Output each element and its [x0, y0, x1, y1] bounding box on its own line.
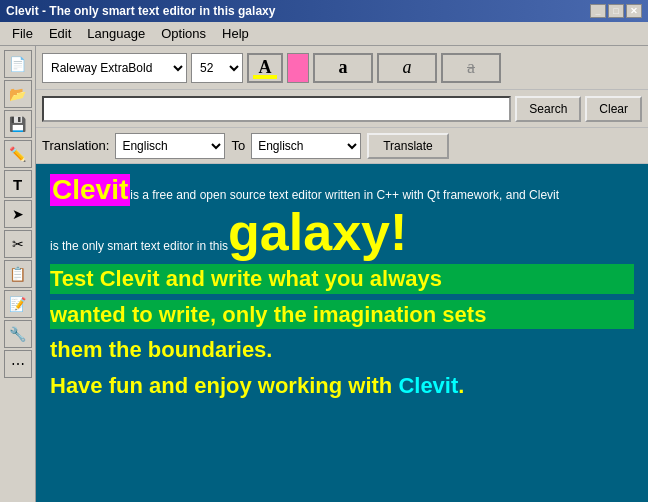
sidebar-paste-btn[interactable]: 📝 — [4, 290, 32, 318]
sidebar: 📄 📂 💾 ✏️ T ➤ ✂ 📋 📝 🔧 ⋯ — [0, 46, 36, 502]
close-button[interactable]: ✕ — [626, 4, 642, 18]
search-button[interactable]: Search — [515, 96, 581, 122]
sidebar-settings-btn[interactable]: 🔧 — [4, 320, 32, 348]
toolbar-row2: Search Clear — [36, 90, 648, 128]
clevit-cyan: Clevit — [398, 373, 458, 398]
is-only-text: is the only smart text editor in this — [50, 237, 228, 255]
body-line2: wanted to write, only the imagination se… — [50, 300, 634, 330]
body-text-2: wanted to write, only the imagination se… — [50, 302, 486, 327]
content-area: Raleway ExtraBold 52 A a a a — [36, 46, 648, 502]
period-text: . — [458, 373, 464, 398]
body-text-4pre: Have fun and enjoy working with — [50, 373, 398, 398]
bold-icon: a — [339, 57, 348, 78]
galaxy-text: galaxy! — [228, 206, 407, 258]
sidebar-new-btn[interactable]: 📄 — [4, 50, 32, 78]
body-line4: Have fun and enjoy working with Clevit. — [50, 371, 634, 401]
text-color-button[interactable]: A — [247, 53, 283, 83]
clear-button[interactable]: Clear — [585, 96, 642, 122]
to-label: To — [231, 138, 245, 153]
title-text: Clevit - The only smart text editor in t… — [6, 4, 275, 18]
sidebar-edit-btn[interactable]: ✏️ — [4, 140, 32, 168]
strikethrough-button[interactable]: a — [441, 53, 501, 83]
maximize-button[interactable]: □ — [608, 4, 624, 18]
menu-help[interactable]: Help — [214, 24, 257, 43]
body-text-1: Test Clevit and write what you always — [50, 266, 442, 291]
title-controls: _ □ ✕ — [590, 4, 642, 18]
size-selector[interactable]: 52 — [191, 53, 243, 83]
translation-label: Translation: — [42, 138, 109, 153]
menu-edit[interactable]: Edit — [41, 24, 79, 43]
bold-button[interactable]: a — [313, 53, 373, 83]
menu-file[interactable]: File — [4, 24, 41, 43]
to-language-selector[interactable]: Englisch — [251, 133, 361, 159]
color-underline-swatch — [253, 75, 277, 79]
editor-line2: is the only smart text editor in this ga… — [50, 206, 634, 258]
font-selector[interactable]: Raleway ExtraBold — [42, 53, 187, 83]
sidebar-text-btn[interactable]: T — [4, 170, 32, 198]
search-input[interactable] — [42, 96, 511, 122]
editor-area[interactable]: Clevit is a free and open source text ed… — [36, 164, 648, 502]
translate-button[interactable]: Translate — [367, 133, 449, 159]
toolbar-row1: Raleway ExtraBold 52 A a a a — [36, 46, 648, 90]
sidebar-more-btn[interactable]: ⋯ — [4, 350, 32, 378]
toolbar-row3: Translation: Englisch To Englisch Transl… — [36, 128, 648, 164]
from-language-selector[interactable]: Englisch — [115, 133, 225, 159]
menu-language[interactable]: Language — [79, 24, 153, 43]
body-line3: them the boundaries. — [50, 335, 634, 365]
body-line1: Test Clevit and write what you always — [50, 264, 634, 294]
body-text-3: them the boundaries. — [50, 337, 272, 362]
clevit-highlight-1: Clevit — [50, 174, 130, 206]
sidebar-cut-btn[interactable]: ✂ — [4, 230, 32, 258]
highlight-color-swatch[interactable] — [287, 53, 309, 83]
sidebar-arrow-btn[interactable]: ➤ — [4, 200, 32, 228]
editor-body: Test Clevit and write what you always wa… — [50, 264, 634, 401]
editor-line1: Clevit is a free and open source text ed… — [50, 174, 634, 206]
italic-icon: a — [403, 57, 412, 78]
sidebar-open-btn[interactable]: 📂 — [4, 80, 32, 108]
minimize-button[interactable]: _ — [590, 4, 606, 18]
menu-options[interactable]: Options — [153, 24, 214, 43]
intro-text: is a free and open source text editor wr… — [130, 186, 559, 204]
title-bar: Clevit - The only smart text editor in t… — [0, 0, 648, 22]
strike-icon: a — [467, 57, 475, 78]
sidebar-save-btn[interactable]: 💾 — [4, 110, 32, 138]
italic-button[interactable]: a — [377, 53, 437, 83]
menu-bar: File Edit Language Options Help — [0, 22, 648, 46]
sidebar-copy-btn[interactable]: 📋 — [4, 260, 32, 288]
main-container: 📄 📂 💾 ✏️ T ➤ ✂ 📋 📝 🔧 ⋯ Raleway ExtraBold… — [0, 46, 648, 502]
